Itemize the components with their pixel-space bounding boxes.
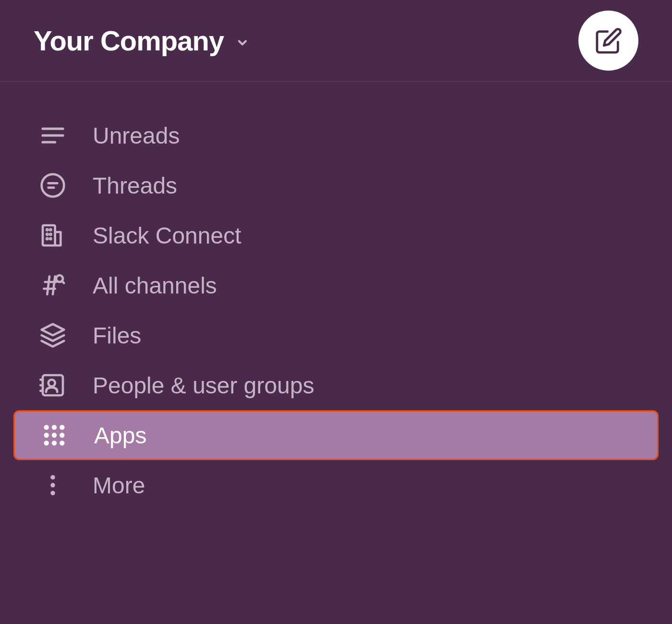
building-icon (39, 222, 66, 249)
sidebar-item-slack-connect[interactable]: Slack Connect (0, 210, 672, 260)
svg-line-16 (53, 276, 55, 294)
sidebar-item-label: People & user groups (93, 372, 314, 399)
svg-point-26 (52, 425, 57, 430)
sidebar-item-label: All channels (93, 272, 217, 299)
svg-point-7 (47, 229, 48, 230)
svg-point-34 (50, 475, 55, 479)
svg-rect-6 (43, 225, 55, 245)
apps-grid-icon (41, 422, 68, 449)
svg-point-35 (50, 483, 55, 487)
svg-point-25 (44, 425, 49, 430)
svg-point-33 (60, 440, 64, 445)
svg-point-9 (47, 234, 48, 235)
sidebar-item-all-channels[interactable]: All channels (0, 260, 672, 310)
people-icon (39, 372, 66, 399)
threads-icon (39, 172, 66, 199)
more-vertical-icon (39, 472, 66, 499)
svg-line-18 (62, 281, 64, 283)
svg-point-31 (44, 440, 49, 445)
sidebar-item-people[interactable]: People & user groups (0, 360, 672, 410)
sidebar-header: Your Company (0, 0, 672, 82)
sidebar-item-unreads[interactable]: Unreads (0, 110, 672, 160)
sidebar-item-label: Files (93, 322, 141, 349)
sidebar-item-more[interactable]: More (0, 460, 672, 510)
compose-button[interactable] (578, 11, 638, 71)
svg-point-8 (50, 229, 51, 230)
workspace-name-label: Your Company (34, 24, 224, 57)
svg-point-28 (44, 433, 49, 438)
sidebar-item-label: More (93, 472, 145, 499)
sidebar-item-label: Threads (93, 172, 177, 199)
unreads-icon (39, 122, 66, 149)
sidebar-item-files[interactable]: Files (0, 310, 672, 360)
hash-search-icon (39, 272, 66, 299)
sidebar-item-label: Unreads (93, 122, 180, 149)
sidebar-item-apps[interactable]: Apps (13, 410, 659, 460)
sidebar-item-label: Slack Connect (93, 222, 241, 249)
svg-point-32 (52, 440, 57, 445)
svg-point-27 (60, 425, 64, 430)
files-icon (39, 322, 66, 349)
svg-point-36 (50, 491, 55, 495)
svg-point-21 (48, 379, 55, 386)
sidebar-nav: Unreads Threads Slack Connect (0, 82, 672, 510)
sidebar-item-threads[interactable]: Threads (0, 160, 672, 210)
workspace-switcher[interactable]: Your Company (34, 24, 249, 57)
svg-line-15 (47, 276, 49, 294)
svg-point-29 (52, 433, 57, 438)
compose-icon (595, 27, 623, 55)
svg-marker-19 (42, 324, 64, 335)
sidebar-item-label: Apps (94, 422, 146, 449)
svg-point-10 (50, 234, 51, 235)
chevron-down-icon (236, 36, 249, 49)
svg-point-3 (42, 174, 64, 197)
svg-point-30 (60, 433, 64, 438)
svg-point-11 (47, 238, 48, 239)
svg-point-12 (50, 238, 51, 239)
